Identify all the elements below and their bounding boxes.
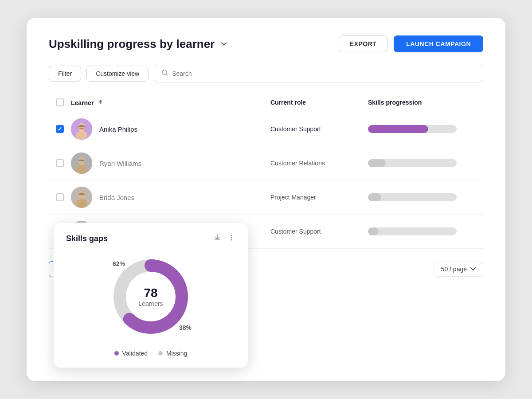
progress-fill [368,125,428,133]
table-row: Anika Philips Customer Support [49,112,483,146]
validated-label: Validated [122,350,148,357]
legend-missing: Missing [158,350,187,357]
search-icon [161,69,168,78]
role-cell: Customer Relations [270,160,368,167]
total-learners-label: Learners [138,300,163,307]
svg-point-7 [76,165,87,174]
learner-name: Anika Philips [99,125,137,133]
svg-point-15 [231,237,232,239]
avatar [71,153,92,174]
progress-bar [368,193,457,201]
learner-cell: Anika Philips [71,118,270,140]
donut-center: 78 Learners [138,286,163,307]
missing-pct-label: 38% [179,324,192,331]
validated-pct-label: 62% [113,260,125,267]
avatar [71,118,92,140]
launch-campaign-button[interactable]: LAUNCH CAMPAIGN [394,35,483,52]
skills-gap-card: Skills gaps [53,223,248,368]
progress-cell [368,125,483,133]
role-cell: Customer Support [270,125,368,133]
row-checkbox[interactable] [56,193,64,201]
legend-validated: Validated [114,350,148,357]
header-actions: EXPORT LAUNCH CAMPAIGN [339,35,483,52]
donut-chart: 62% 38% 78 Learners [106,252,195,341]
svg-point-9 [78,192,85,200]
download-icon[interactable] [213,234,221,243]
svg-point-16 [231,239,232,241]
learner-cell: Ryan Williams [71,153,270,174]
per-page-selector[interactable]: 50 / page [434,262,483,277]
row-checkbox-col [49,125,71,133]
column-skills-progression: Skills progression [368,99,483,106]
export-button[interactable]: EXPORT [339,35,388,52]
progress-fill [368,227,379,235]
main-card: Upskilling progress by learner EXPORT LA… [27,18,505,381]
progress-cell [368,227,483,235]
row-checkbox-col [49,193,71,201]
progress-cell [368,159,483,167]
search-input[interactable] [172,70,476,77]
page-title: Upskilling progress by learner [49,37,229,51]
sort-icon[interactable] [98,99,104,105]
progress-bar [368,227,457,235]
title-dropdown-icon[interactable] [219,39,229,49]
filter-button[interactable]: Filter [49,66,81,82]
more-options-icon[interactable] [227,234,235,243]
role-cell: Customer Support [270,228,368,235]
progress-bar [368,125,457,133]
progress-fill [368,193,381,201]
avatar [71,187,92,208]
learner-name: Ryan Williams [99,160,141,167]
missing-dot [158,351,163,356]
skills-gap-actions [213,234,235,243]
toolbar: Filter Customize view [49,65,483,82]
table-header-row: Learner Current role Skills progression [49,93,483,112]
progress-bar [368,159,457,167]
skills-gap-header: Skills gaps [66,234,235,243]
learner-name: Brida Jones [99,194,134,201]
table-row: Ryan Williams Customer Relations [49,146,483,180]
customize-view-button[interactable]: Customize view [86,66,149,82]
row-checkbox[interactable] [56,125,64,133]
select-all-checkbox[interactable] [56,98,64,106]
learner-cell: Brida Jones [71,187,270,208]
search-box [154,65,483,82]
svg-point-10 [76,199,87,208]
progress-fill [368,159,386,167]
chart-legend: Validated Missing [66,350,235,357]
page-header: Upskilling progress by learner EXPORT LA… [49,35,483,52]
column-learner: Learner [71,99,270,106]
row-checkbox[interactable] [56,159,64,167]
progress-cell [368,193,483,201]
svg-point-14 [231,235,232,236]
column-current-role: Current role [270,99,368,106]
row-checkbox-col [49,159,71,167]
role-cell: Project Manager [270,194,368,201]
title-text: Upskilling progress by learner [49,37,215,51]
header-checkbox-col [49,98,71,106]
per-page-label: 50 / page [441,266,467,273]
table-row: Brida Jones Project Manager [49,180,483,215]
missing-label: Missing [166,350,187,357]
total-learners-number: 78 [138,286,163,300]
skills-gap-title: Skills gaps [66,234,108,243]
svg-point-3 [76,131,87,140]
svg-point-6 [78,157,85,165]
validated-dot [114,351,119,356]
